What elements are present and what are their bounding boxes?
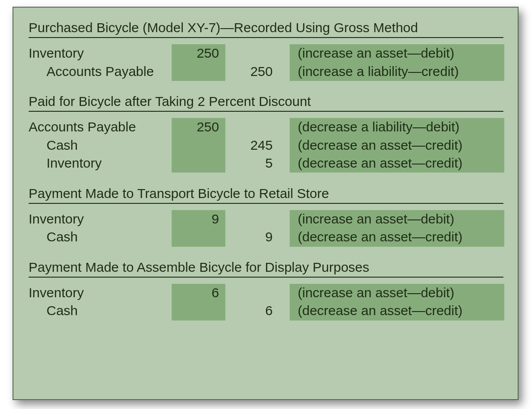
line-explanation: (increase an asset—debit): [290, 210, 503, 228]
account-name: Cash: [29, 302, 172, 320]
debit-amount: [172, 154, 225, 173]
journal-entry: Payment Made to Assemble Bicycle for Dis…: [29, 260, 503, 320]
credit-amount: [225, 118, 279, 136]
line-explanation: (increase an asset—debit): [290, 284, 503, 302]
account-name: Accounts Payable: [29, 63, 172, 81]
debit-amount: [172, 136, 225, 155]
line-explanation: (increase an asset—debit): [290, 44, 503, 63]
debit-amount: 9: [172, 210, 225, 228]
credit-amount: 250: [225, 63, 279, 81]
line-explanation: (increase a liability—credit): [290, 63, 503, 81]
account-name: Inventory: [29, 210, 172, 228]
ledger-panel: Purchased Bicycle (Model XY-7)—Recorded …: [13, 7, 519, 400]
credit-amount: 5: [225, 154, 279, 173]
entry-lines: Accounts Payable 250 (decrease a liabili…: [29, 118, 503, 173]
journal-entry: Paid for Bicycle after Taking 2 Percent …: [29, 94, 503, 173]
journal-entry: Purchased Bicycle (Model XY-7)—Recorded …: [29, 20, 503, 80]
entry-lines: Inventory 6 (increase an asset—debit) Ca…: [29, 284, 503, 320]
line-explanation: (decrease an asset—credit): [290, 228, 503, 246]
entry-title: Payment Made to Transport Bicycle to Ret…: [29, 186, 503, 204]
debit-amount: 250: [172, 44, 225, 63]
entry-grid: Inventory 6 (increase an asset—debit) Ca…: [29, 284, 503, 320]
account-name: Inventory: [29, 154, 172, 173]
line-explanation: (decrease an asset—credit): [290, 154, 503, 173]
debit-amount: [172, 63, 225, 81]
credit-amount: 6: [225, 302, 279, 320]
credit-amount: 245: [225, 136, 279, 155]
credit-amount: [225, 210, 279, 228]
line-explanation: (decrease a liability—debit): [290, 118, 503, 136]
account-name: Cash: [29, 136, 172, 155]
entry-grid: Inventory 9 (increase an asset—debit) Ca…: [29, 210, 503, 246]
entry-lines: Inventory 250 (increase an asset—debit) …: [29, 44, 503, 80]
line-explanation: (decrease an asset—credit): [290, 136, 503, 155]
entry-title: Paid for Bicycle after Taking 2 Percent …: [29, 94, 503, 112]
entry-lines: Inventory 9 (increase an asset—debit) Ca…: [29, 210, 503, 246]
debit-amount: 250: [172, 118, 225, 136]
account-name: Inventory: [29, 284, 172, 302]
credit-amount: 9: [225, 228, 279, 246]
credit-amount: [225, 44, 279, 63]
account-name: Cash: [29, 228, 172, 246]
entry-title: Payment Made to Assemble Bicycle for Dis…: [29, 260, 503, 278]
debit-amount: [172, 302, 225, 320]
account-name: Inventory: [29, 44, 172, 63]
entry-grid: Accounts Payable 250 (decrease a liabili…: [29, 118, 503, 173]
debit-amount: 6: [172, 284, 225, 302]
debit-amount: [172, 228, 225, 246]
account-name: Accounts Payable: [29, 118, 172, 136]
entry-grid: Inventory 250 (increase an asset—debit) …: [29, 44, 503, 80]
line-explanation: (decrease an asset—credit): [290, 302, 503, 320]
entry-title: Purchased Bicycle (Model XY-7)—Recorded …: [29, 20, 503, 38]
credit-amount: [225, 284, 279, 302]
journal-entry: Payment Made to Transport Bicycle to Ret…: [29, 186, 503, 246]
